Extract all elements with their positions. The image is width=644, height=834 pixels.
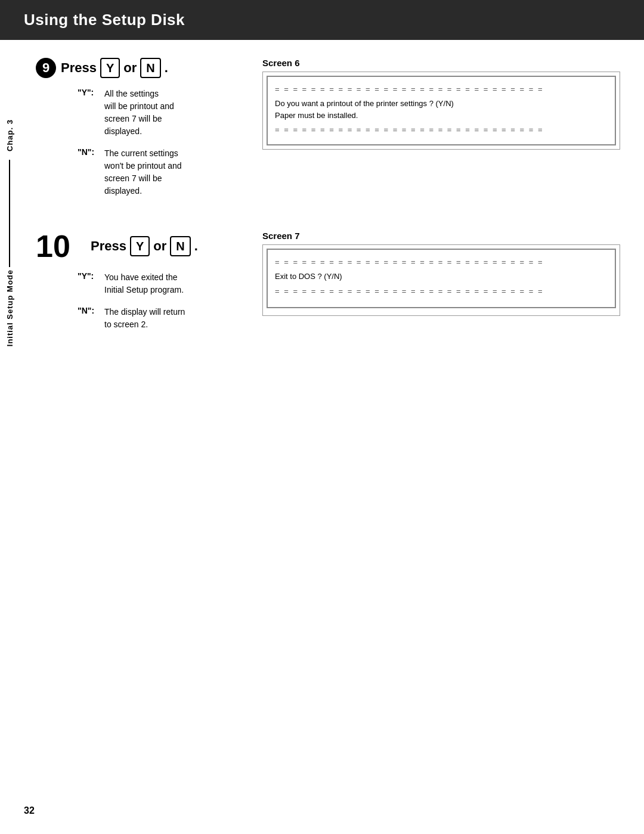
step-10-press: Press Y or N . xyxy=(91,236,198,256)
step-9-key-n: N xyxy=(140,58,160,78)
step-9-press-label: Press xyxy=(61,60,97,76)
step-10-press-label: Press xyxy=(91,238,126,254)
step-9-key-y: Y xyxy=(100,58,120,78)
step-10-key-n: N xyxy=(170,236,190,256)
step-9-or: or xyxy=(123,60,137,76)
step-9-option-n-desc: The current settingswon't be printout an… xyxy=(104,147,182,197)
screen-6-label: Screen 6 xyxy=(262,58,620,68)
step-9-option-y-desc: All the settingswill be printout andscre… xyxy=(104,88,174,138)
step-10-option-y-desc: You have exited theInitial Setup program… xyxy=(104,271,184,296)
screen-6-dots-top: = = = = = = = = = = = = = = = = = = = = … xyxy=(275,85,608,93)
step-10-option-y-key: "Y": xyxy=(78,271,104,281)
sidebar-line xyxy=(9,160,10,267)
screen-7-line1: Exit to DOS ? (Y/N) xyxy=(275,272,342,281)
step-9-section: 9 Press Y or N . "Y": All the settingswi… xyxy=(36,58,620,207)
page-number: 32 xyxy=(24,805,35,816)
screen-6-dots-bottom-text: = = = = = = = = = = = = = = = = = = = = … xyxy=(275,126,544,134)
screen-7-text: Exit to DOS ? (Y/N) xyxy=(275,271,608,283)
screen-7-dots-bottom-text: = = = = = = = = = = = = = = = = = = = = … xyxy=(275,287,544,295)
step-9-option-n: "N": The current settingswon't be printo… xyxy=(78,147,239,197)
step-9-option-y-key: "Y": xyxy=(78,88,104,97)
step-9-options: "Y": All the settingswill be printout an… xyxy=(78,88,239,197)
step-9-header: 9 Press Y or N . xyxy=(36,58,239,78)
screen-6-dots-bottom: = = = = = = = = = = = = = = = = = = = = … xyxy=(275,126,608,134)
screen-6-line2: Paper must be installed. xyxy=(275,111,358,120)
screen-6-box: = = = = = = = = = = = = = = = = = = = = … xyxy=(262,72,620,150)
step-10-option-n: "N": The display will returnto screen 2. xyxy=(78,306,239,331)
sidebar-title-label: Initial Setup Mode xyxy=(5,269,14,346)
screen-7-dots-bottom: = = = = = = = = = = = = = = = = = = = = … xyxy=(275,287,608,295)
step-10-section: 10 Press Y or N . "Y": You have exited t… xyxy=(36,231,620,340)
screen-7-box: = = = = = = = = = = = = = = = = = = = = … xyxy=(262,244,620,316)
step-10-option-y: "Y": You have exited theInitial Setup pr… xyxy=(78,271,239,296)
screen-6-line1: Do you want a printout of the printer se… xyxy=(275,99,454,108)
screen-7-dots-top-text: = = = = = = = = = = = = = = = = = = = = … xyxy=(275,258,544,266)
step-10-options: "Y": You have exited theInitial Setup pr… xyxy=(78,271,239,331)
step-10-right: Screen 7 = = = = = = = = = = = = = = = =… xyxy=(262,231,620,340)
step-9-right: Screen 6 = = = = = = = = = = = = = = = =… xyxy=(262,58,620,207)
step-10-number: 10 xyxy=(36,231,83,262)
page-header: Using the Setup Disk xyxy=(0,0,644,40)
screen-6-text: Do you want a printout of the printer se… xyxy=(275,98,608,121)
screen-6-dots-top-text: = = = = = = = = = = = = = = = = = = = = … xyxy=(275,85,544,93)
step-10-period: . xyxy=(194,238,198,254)
step-10-header: 10 Press Y or N . xyxy=(36,231,239,262)
step-10-left: 10 Press Y or N . "Y": You have exited t… xyxy=(36,231,239,340)
step-9-press: Press Y or N . xyxy=(61,58,168,78)
screen-7-dots-top: = = = = = = = = = = = = = = = = = = = = … xyxy=(275,258,608,266)
step-10-option-n-key: "N": xyxy=(78,306,104,315)
step-9-option-y: "Y": All the settingswill be printout an… xyxy=(78,88,239,138)
screen-6-inner: = = = = = = = = = = = = = = = = = = = = … xyxy=(267,76,616,145)
main-content: 9 Press Y or N . "Y": All the settingswi… xyxy=(24,58,620,340)
step-9-circle: 9 xyxy=(36,58,56,78)
step-10-or: or xyxy=(153,238,166,254)
step-9-period: . xyxy=(165,60,168,76)
header-title: Using the Setup Disk xyxy=(24,11,185,29)
screen-7-label: Screen 7 xyxy=(262,231,620,241)
step-10-option-n-desc: The display will returnto screen 2. xyxy=(104,306,185,331)
sidebar-chap-label: Chap. 3 xyxy=(5,119,14,151)
step-9-left: 9 Press Y or N . "Y": All the settingswi… xyxy=(36,58,239,207)
step-9-option-n-key: "N": xyxy=(78,147,104,157)
screen-7-inner: = = = = = = = = = = = = = = = = = = = = … xyxy=(267,249,616,308)
sidebar: Chap. 3 Initial Setup Mode xyxy=(0,119,19,358)
step-10-key-y: Y xyxy=(130,236,150,256)
